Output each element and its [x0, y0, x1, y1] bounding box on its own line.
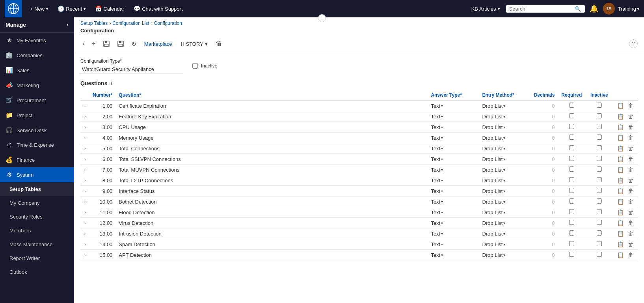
- entry-method-dropdown[interactable]: ▾: [503, 200, 505, 204]
- copy-row-button[interactable]: 📋: [616, 145, 625, 152]
- inactive-row-checkbox[interactable]: [597, 124, 602, 129]
- copy-row-button[interactable]: 📋: [616, 113, 625, 120]
- row-expand-button[interactable]: ›: [84, 241, 86, 247]
- delete-row-button[interactable]: 🗑: [627, 155, 635, 163]
- sidebar-item-time-expense[interactable]: ⏱ Time & Expense: [0, 138, 74, 152]
- entry-method-dropdown[interactable]: ▾: [503, 146, 505, 151]
- kb-articles-button[interactable]: KB Articles ▾: [468, 4, 503, 13]
- questions-table-container[interactable]: Number* Question* Answer Type* Entry Met…: [74, 90, 644, 303]
- copy-row-button[interactable]: 📋: [616, 251, 625, 258]
- required-checkbox[interactable]: [569, 177, 574, 182]
- sidebar-item-members[interactable]: Members: [0, 224, 74, 238]
- copy-row-button[interactable]: 📋: [616, 134, 625, 141]
- copy-row-button[interactable]: 📋: [616, 166, 625, 173]
- required-checkbox[interactable]: [569, 156, 574, 161]
- col-required[interactable]: Required: [558, 90, 585, 101]
- delete-row-button[interactable]: 🗑: [627, 209, 635, 216]
- sidebar-item-my-favorites[interactable]: ★ My Favorites: [0, 33, 74, 48]
- copy-row-button[interactable]: 📋: [616, 209, 625, 216]
- nav-collapse-arrow[interactable]: ▲: [318, 14, 326, 22]
- avatar[interactable]: TA: [603, 3, 615, 15]
- recent-button[interactable]: 🕐 Recent ▾: [54, 4, 89, 13]
- inactive-row-checkbox[interactable]: [597, 166, 602, 172]
- inactive-row-checkbox[interactable]: [597, 156, 602, 161]
- sidebar-item-service-desk[interactable]: 🎧 Service Desk: [0, 123, 74, 138]
- entry-method-dropdown[interactable]: ▾: [503, 242, 505, 247]
- required-checkbox[interactable]: [569, 113, 574, 118]
- sidebar-item-my-company[interactable]: My Company: [0, 196, 74, 210]
- inactive-row-checkbox[interactable]: [597, 230, 602, 236]
- inactive-row-checkbox[interactable]: [597, 113, 602, 118]
- row-expand-button[interactable]: ›: [84, 103, 86, 109]
- inactive-row-checkbox[interactable]: [597, 209, 602, 214]
- copy-row-button[interactable]: 📋: [616, 219, 625, 226]
- answer-type-dropdown[interactable]: ▾: [441, 232, 443, 236]
- required-checkbox[interactable]: [569, 124, 574, 129]
- sidebar-item-marketing[interactable]: 📣 Marketing: [0, 78, 74, 93]
- answer-type-dropdown[interactable]: ▾: [441, 189, 443, 193]
- delete-row-button[interactable]: 🗑: [627, 241, 635, 248]
- sidebar-item-mass-maintenance[interactable]: Mass Maintenance: [0, 238, 74, 251]
- breadcrumb-setup-tables[interactable]: Setup Tables: [80, 21, 108, 26]
- delete-row-button[interactable]: 🗑: [627, 113, 635, 120]
- inactive-row-checkbox[interactable]: [597, 252, 602, 257]
- answer-type-dropdown[interactable]: ▾: [441, 200, 443, 204]
- copy-row-button[interactable]: 📋: [616, 241, 625, 248]
- row-expand-button[interactable]: ›: [84, 146, 86, 152]
- required-checkbox[interactable]: [569, 198, 574, 204]
- sidebar-item-setup-tables[interactable]: Setup Tables: [0, 182, 74, 196]
- answer-type-dropdown[interactable]: ▾: [441, 146, 443, 151]
- entry-method-dropdown[interactable]: ▾: [503, 221, 505, 225]
- answer-type-dropdown[interactable]: ▾: [441, 221, 443, 225]
- inactive-row-checkbox[interactable]: [597, 241, 602, 246]
- col-inactive[interactable]: Inactive: [585, 90, 613, 101]
- delete-row-button[interactable]: 🗑: [627, 198, 635, 205]
- inactive-row-checkbox[interactable]: [597, 198, 602, 204]
- sidebar-item-companies[interactable]: 🏢 Companies: [0, 48, 74, 63]
- add-button[interactable]: +: [89, 39, 98, 49]
- refresh-button[interactable]: ↻: [129, 39, 139, 49]
- answer-type-dropdown[interactable]: ▾: [441, 168, 443, 172]
- entry-method-dropdown[interactable]: ▾: [503, 253, 505, 257]
- row-expand-button[interactable]: ›: [84, 252, 86, 258]
- row-expand-button[interactable]: ›: [84, 114, 86, 120]
- entry-method-dropdown[interactable]: ▾: [503, 157, 505, 161]
- sidebar-item-security-roles[interactable]: Security Roles: [0, 210, 74, 224]
- save-button[interactable]: [101, 39, 112, 49]
- back-button[interactable]: ‹: [80, 39, 87, 49]
- col-number[interactable]: Number*: [89, 90, 115, 101]
- sidebar-item-report-writer[interactable]: Report Writer: [0, 251, 74, 265]
- copy-row-button[interactable]: 📋: [616, 187, 625, 195]
- delete-row-button[interactable]: 🗑: [627, 251, 635, 258]
- breadcrumb-config-list[interactable]: Configuration List: [112, 21, 149, 26]
- bell-icon[interactable]: 🔔: [588, 3, 600, 15]
- delete-row-button[interactable]: 🗑: [627, 219, 635, 226]
- answer-type-dropdown[interactable]: ▾: [441, 125, 443, 129]
- sidebar-item-finance[interactable]: 💰 Finance: [0, 152, 74, 167]
- answer-type-dropdown[interactable]: ▾: [441, 210, 443, 215]
- row-expand-button[interactable]: ›: [84, 209, 86, 215]
- col-entry-method[interactable]: Entry Method*: [479, 90, 530, 101]
- history-button[interactable]: HISTORY ▾: [177, 39, 210, 49]
- required-checkbox[interactable]: [569, 166, 574, 172]
- row-expand-button[interactable]: ›: [84, 156, 86, 162]
- copy-row-button[interactable]: 📋: [616, 102, 625, 109]
- questions-add-button[interactable]: +: [110, 80, 113, 87]
- entry-method-dropdown[interactable]: ▾: [503, 210, 505, 215]
- copy-row-button[interactable]: 📋: [616, 198, 625, 205]
- inactive-row-checkbox[interactable]: [597, 188, 602, 193]
- copy-row-button[interactable]: 📋: [616, 123, 625, 131]
- sidebar-item-procurement[interactable]: 🛒 Procurement: [0, 93, 74, 108]
- col-decimals[interactable]: Decimals: [530, 90, 558, 101]
- required-checkbox[interactable]: [569, 145, 574, 150]
- breadcrumb-configuration[interactable]: Configuration: [154, 21, 182, 26]
- search-input[interactable]: [509, 6, 572, 12]
- row-expand-button[interactable]: ›: [84, 188, 86, 194]
- required-checkbox[interactable]: [569, 209, 574, 214]
- entry-method-dropdown[interactable]: ▾: [503, 114, 505, 119]
- sidebar-item-outlook[interactable]: Outlook: [0, 265, 74, 279]
- answer-type-dropdown[interactable]: ▾: [441, 253, 443, 257]
- inactive-row-checkbox[interactable]: [597, 220, 602, 225]
- delete-row-button[interactable]: 🗑: [627, 177, 635, 184]
- row-expand-button[interactable]: ›: [84, 135, 86, 141]
